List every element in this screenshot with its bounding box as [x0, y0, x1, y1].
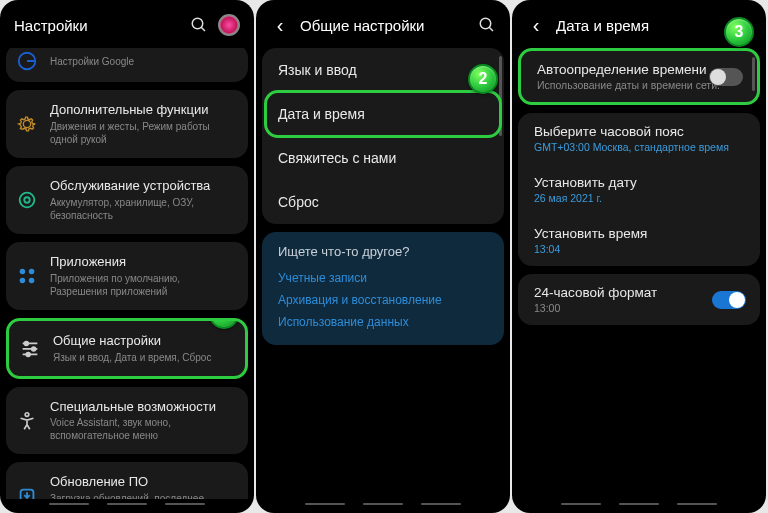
svg-point-14: [26, 353, 30, 357]
item-sub: Приложения по умолчанию, Разрешения прил…: [50, 272, 238, 298]
nav-bar[interactable]: [256, 499, 510, 513]
svg-line-21: [489, 27, 493, 31]
item-timezone[interactable]: Выберите часовой пояс GMT+03:00 Москва, …: [518, 113, 760, 164]
settings-item-google[interactable]: Настройки Google: [6, 48, 248, 82]
item-title: Установить время: [534, 226, 744, 241]
apps-icon: [16, 265, 38, 287]
item-title: Выберите часовой пояс: [534, 124, 744, 139]
item-title: Установить дату: [534, 175, 744, 190]
date-time-list[interactable]: Автоопределение времени Использование да…: [512, 48, 766, 499]
step-badge-3: 3: [724, 17, 754, 47]
search-icon[interactable]: [478, 16, 496, 34]
settings-item-device-maintenance[interactable]: Обслуживание устройства Аккумулятор, хра…: [6, 166, 248, 234]
item-set-date[interactable]: Установить дату 26 мая 2021 г.: [518, 164, 760, 215]
item-sub: Язык и ввод, Дата и время, Сброс: [53, 351, 235, 364]
item-language-input[interactable]: Язык и ввод: [262, 48, 504, 92]
page-title: Общие настройки: [300, 17, 468, 34]
item-sub: 26 мая 2021 г.: [534, 192, 744, 204]
item-sub: Загрузка обновлений, последнее обновлени…: [50, 492, 238, 499]
accessibility-icon: [16, 410, 38, 432]
settings-item-additional-functions[interactable]: Дополнительные функции Движения и жесты,…: [6, 90, 248, 158]
item-autodetect-time[interactable]: Автоопределение времени Использование да…: [521, 51, 757, 102]
link-data-usage[interactable]: Использование данных: [278, 311, 488, 333]
item-sub: Аккумулятор, хранилище, ОЗУ, безопасност…: [50, 196, 238, 222]
item-24h-format[interactable]: 24-часовой формат 13:00: [518, 274, 760, 325]
svg-point-7: [20, 278, 26, 284]
gear-icon: [16, 113, 38, 135]
svg-point-8: [29, 278, 35, 284]
toggle-24h-format[interactable]: [712, 291, 746, 309]
svg-line-1: [201, 27, 205, 31]
settings-item-general-highlighted: 1 Общие настройки Язык и ввод, Дата и вр…: [6, 318, 248, 379]
phone-general-settings: ‹ Общие настройки Язык и ввод 2 Дата и в…: [256, 0, 510, 513]
svg-point-10: [25, 342, 29, 346]
google-icon: [16, 50, 38, 72]
avatar[interactable]: [218, 14, 240, 36]
nav-bar[interactable]: [0, 499, 254, 513]
toggle-autotime[interactable]: [709, 68, 743, 86]
page-title: Дата и время: [556, 17, 712, 34]
settings-item-accessibility[interactable]: Специальные возможности Voice Assistant,…: [6, 387, 248, 455]
phone-settings: Настройки Настройки Google Допо: [0, 0, 254, 513]
item-title: Обслуживание устройства: [50, 178, 238, 195]
link-backup-restore[interactable]: Архивация и восстановление: [278, 289, 488, 311]
settings-item-software-update[interactable]: Обновление ПО Загрузка обновлений, после…: [6, 462, 248, 499]
svg-point-12: [32, 347, 36, 351]
svg-point-3: [20, 192, 35, 207]
svg-point-5: [20, 268, 26, 274]
svg-point-15: [25, 412, 29, 416]
item-title: Общие настройки: [53, 333, 235, 350]
page-title: Настройки: [14, 17, 180, 34]
header: ‹ Дата и время 3: [512, 0, 766, 48]
back-icon[interactable]: ‹: [270, 14, 290, 37]
autotime-highlighted: Автоопределение времени Использование да…: [518, 48, 760, 105]
item-title: Специальные возможности: [50, 399, 238, 416]
general-settings-list[interactable]: Язык и ввод 2 Дата и время Свяжитесь с н…: [256, 48, 510, 499]
item-date-time[interactable]: Дата и время: [262, 92, 504, 136]
search-icon[interactable]: [190, 16, 208, 34]
update-icon: [16, 485, 38, 499]
item-sub: Движения и жесты, Режим работы одной рук…: [50, 120, 238, 146]
step-badge-2: 2: [468, 64, 498, 94]
svg-point-0: [192, 18, 203, 29]
looking-for-card: Ищете что-то другое? Учетные записи Архи…: [262, 232, 504, 345]
item-reset[interactable]: Сброс: [262, 180, 504, 224]
item-sub: GMT+03:00 Москва, стандартное время: [534, 141, 744, 153]
item-contact-us[interactable]: Свяжитесь с нами: [262, 136, 504, 180]
svg-point-6: [29, 268, 35, 274]
header: Настройки: [0, 0, 254, 48]
item-title: Обновление ПО: [50, 474, 238, 491]
link-accounts[interactable]: Учетные записи: [278, 267, 488, 289]
svg-point-20: [480, 18, 491, 29]
header: ‹ Общие настройки: [256, 0, 510, 48]
svg-point-4: [24, 197, 30, 203]
settings-list[interactable]: Настройки Google Дополнительные функции …: [0, 48, 254, 499]
item-set-time[interactable]: Установить время 13:04: [518, 215, 760, 266]
back-icon[interactable]: ‹: [526, 14, 546, 37]
item-sub: Настройки Google: [50, 55, 238, 68]
phone-date-time: ‹ Дата и время 3 Автоопределение времени…: [512, 0, 766, 513]
settings-item-apps[interactable]: Приложения Приложения по умолчанию, Разр…: [6, 242, 248, 310]
looking-for-title: Ищете что-то другое?: [278, 244, 488, 259]
nav-bar[interactable]: [512, 499, 766, 513]
item-title: Дополнительные функции: [50, 102, 238, 119]
maintenance-icon: [16, 189, 38, 211]
item-sub: 13:04: [534, 243, 744, 255]
settings-item-general[interactable]: Общие настройки Язык и ввод, Дата и врем…: [9, 321, 245, 376]
sliders-icon: [19, 337, 41, 359]
item-title: Приложения: [50, 254, 238, 271]
item-sub: Voice Assistant, звук моно, вспомогатель…: [50, 416, 238, 442]
